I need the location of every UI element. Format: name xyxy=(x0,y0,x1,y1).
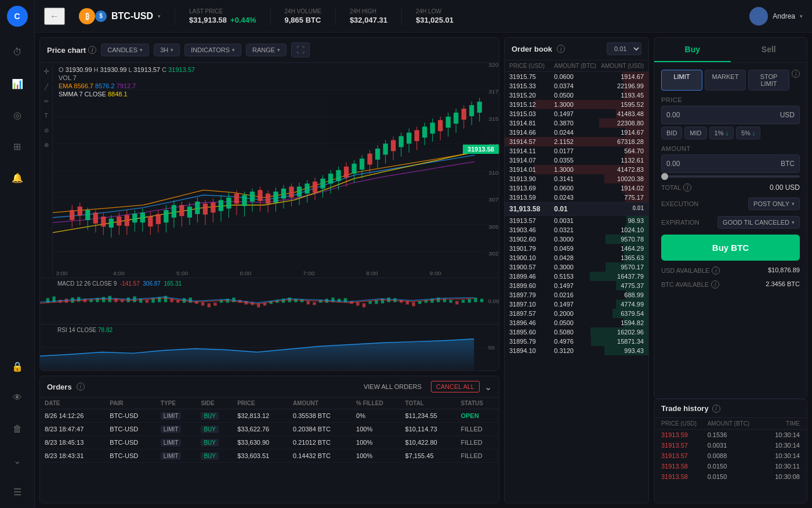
indicators-button[interactable]: INDICATORS ▾ xyxy=(184,44,241,56)
orderbook-info-icon[interactable]: i xyxy=(557,45,565,53)
sidebar-item-menu[interactable]: ☰ xyxy=(7,481,28,502)
tab-sell[interactable]: Sell xyxy=(731,38,807,62)
ob-ask-row[interactable]: 31913.59 0.0243 775.17 xyxy=(505,193,648,202)
execution-select[interactable]: POST ONLY ▾ xyxy=(748,197,800,210)
ob-ask-row[interactable]: 31915.33 0.0374 22196.99 xyxy=(505,81,648,91)
ob-ask-row[interactable]: 31914.66 0.0244 1914.67 xyxy=(505,128,648,137)
trade-history-info[interactable]: i xyxy=(712,405,720,413)
view-all-orders-button[interactable]: VIEW ALL ORDERS xyxy=(359,381,426,392)
list-item[interactable]: 31913.57 0.0031 10:30:14 xyxy=(654,440,807,451)
sidebar-item-eye[interactable]: 👁 xyxy=(7,387,28,408)
text-icon[interactable]: T xyxy=(44,113,48,119)
ob-ask-row[interactable]: 31914.07 0.0355 1132.61 xyxy=(505,156,648,165)
amount-input-container[interactable]: 0.00 BTC xyxy=(661,154,800,173)
sidebar-item-circle[interactable]: ◎ xyxy=(7,105,28,125)
table-row[interactable]: 8/23 18:47:47 BTC-USD LIMIT BUY $33,622.… xyxy=(40,423,499,436)
sidebar-item-clock[interactable]: ⏱ xyxy=(7,42,28,63)
ob-bid-row[interactable]: 31897.57 0.2000 6379.54 xyxy=(505,309,648,318)
order-type-info[interactable]: i xyxy=(792,70,800,78)
ob-bid-row[interactable]: 31894.10 0.3120 993.43 xyxy=(505,346,648,355)
crosshair-icon[interactable]: ✛ xyxy=(44,67,49,75)
ob-bid-row[interactable]: 31913.57 0.0031 98.93 xyxy=(505,216,648,225)
ob-ask-row[interactable]: 31914.81 0.3870 22308.80 xyxy=(505,118,648,128)
list-item[interactable]: 31913.59 0.1536 10:30:14 xyxy=(654,430,807,440)
sidebar-item-trash[interactable]: 🗑 xyxy=(7,419,28,439)
precision-select[interactable]: 0.01 0.1 1 xyxy=(607,42,641,55)
chart-info-icon[interactable]: i xyxy=(88,46,96,54)
ob-ask-row[interactable]: 31915.20 0.0500 1193.45 xyxy=(505,91,648,100)
list-item[interactable]: 31913.58 0.0150 10:30:11 xyxy=(654,461,807,471)
ob-bid-row[interactable]: 31902.60 0.3000 9570.78 xyxy=(505,235,648,244)
tab-buy[interactable]: Buy xyxy=(654,38,731,62)
sidebar-item-bell[interactable]: 🔔 xyxy=(7,167,28,188)
line-icon[interactable]: ╱ xyxy=(45,84,48,90)
amount-slider[interactable] xyxy=(661,175,800,178)
orders-expand-button[interactable]: ⌄ xyxy=(484,381,492,392)
limit-btn[interactable]: LIMIT xyxy=(661,70,702,91)
zoom-icon[interactable]: ⊕ xyxy=(44,142,49,148)
buy-button[interactable]: Buy BTC xyxy=(661,235,800,261)
order-date: 8/23 18:45:13 xyxy=(40,436,105,449)
ob-bid-row[interactable]: 31895.60 0.5080 16202.96 xyxy=(505,327,648,337)
usd-available-info[interactable]: i xyxy=(712,266,720,275)
trade-history-header: Trade history i xyxy=(654,399,807,418)
ob-bid-row[interactable]: 31897.79 0.0216 688.99 xyxy=(505,290,648,300)
user-menu[interactable]: Andrea ▾ xyxy=(749,7,803,26)
pct5-btn[interactable]: 5% ↓ xyxy=(736,127,760,139)
pencil-icon[interactable]: ✏ xyxy=(44,98,49,105)
range-button[interactable]: RANGE ▾ xyxy=(246,44,287,56)
sidebar-item-chart[interactable]: 📊 xyxy=(7,73,28,94)
ob-bid-row[interactable]: 31900.10 0.0428 1365.63 xyxy=(505,253,648,262)
list-item[interactable]: 31913.58 0.0150 10:30:08 xyxy=(654,471,807,482)
ob-bid-row[interactable]: 31903.46 0.0321 1024.10 xyxy=(505,225,648,235)
sidebar-logo[interactable]: C xyxy=(7,6,28,27)
bid-btn[interactable]: BID xyxy=(661,127,682,139)
ob-bid-row[interactable]: 31895.79 0.4976 15871.34 xyxy=(505,337,648,346)
svg-rect-43 xyxy=(172,205,176,218)
ob-ask-row[interactable]: 31915.12 1.3000 1595.52 xyxy=(505,100,648,109)
ob-bid-row[interactable]: 31901.79 0.0459 1464.29 xyxy=(505,244,648,253)
order-type: LIMIT xyxy=(156,409,197,423)
svg-rect-187 xyxy=(393,298,396,302)
table-row[interactable]: 8/26 14:12:26 BTC-USD LIMIT BUY $32,813.… xyxy=(40,409,499,423)
mid-btn[interactable]: MID xyxy=(684,127,706,139)
ob-bid-row[interactable]: 31896.46 0.0500 1594.82 xyxy=(505,318,648,327)
svg-rect-17 xyxy=(70,210,74,220)
interval-button[interactable]: 3H ▾ xyxy=(154,44,180,56)
candles-button[interactable]: CANDLES ▾ xyxy=(101,44,149,56)
divider2 xyxy=(270,8,271,25)
pair-selector[interactable]: ₿ $ BTC-USD ▾ xyxy=(79,8,161,24)
market-btn[interactable]: MARKET xyxy=(705,70,746,91)
ob-bid-row[interactable]: 31899.60 0.1497 4775.37 xyxy=(505,281,648,290)
svg-rect-31 xyxy=(125,215,129,226)
expiration-select[interactable]: GOOD TIL CANCELED ▾ xyxy=(717,216,800,229)
total-info[interactable]: i xyxy=(683,183,691,192)
list-item[interactable]: 31913.57 0.0088 10:30:14 xyxy=(654,451,807,461)
table-row[interactable]: 8/23 18:45:13 BTC-USD LIMIT BUY $33,630.… xyxy=(40,436,499,449)
ob-bid-row[interactable]: 31900.57 0.3000 9570.17 xyxy=(505,262,648,272)
ob-ask-row[interactable]: 31915.03 0.1497 41483.48 xyxy=(505,109,648,118)
ob-ask-row[interactable]: 31914.57 2.1152 67318.28 xyxy=(505,137,648,146)
ob-ask-row[interactable]: 31913.69 0.0600 1914.02 xyxy=(505,183,648,193)
pct1-btn[interactable]: 1% ↓ xyxy=(709,127,734,139)
stop-limit-btn[interactable]: STOP LIMIT xyxy=(748,70,789,91)
ob-ask-row[interactable]: 31914.11 0.0177 564.70 xyxy=(505,146,648,156)
price-input-container[interactable]: 0.00 USD xyxy=(661,106,800,124)
cancel-all-button[interactable]: CANCEL ALL xyxy=(431,381,480,392)
table-row[interactable]: 8/23 18:43:31 BTC-USD LIMIT BUY $33,603.… xyxy=(40,449,499,463)
ob-ask-row[interactable]: 31915.75 0.0600 1914.67 xyxy=(505,72,648,81)
ruler-icon[interactable]: ⊘ xyxy=(44,127,49,134)
ob-bid-row[interactable]: 31897.10 0.1497 4774.99 xyxy=(505,300,648,309)
back-button[interactable]: ← xyxy=(44,8,65,25)
svg-rect-144 xyxy=(127,298,130,302)
execution-label: EXECUTION xyxy=(661,200,698,207)
ob-ask-row[interactable]: 31913.90 0.3141 10020.38 xyxy=(505,174,648,183)
expand-button[interactable]: ⛶ xyxy=(291,42,310,57)
sidebar-item-dashboard[interactable]: ⊞ xyxy=(7,136,28,157)
ob-ask-row[interactable]: 31914.01 1.3000 41472.83 xyxy=(505,165,648,174)
btc-available-info[interactable]: i xyxy=(711,280,719,289)
ob-bid-row[interactable]: 31899.46 0.5153 16437.79 xyxy=(505,272,648,281)
sidebar-item-chevron[interactable]: ⌄ xyxy=(7,450,28,471)
sidebar-item-lock[interactable]: 🔒 xyxy=(7,356,28,377)
orders-info-icon[interactable]: i xyxy=(77,383,85,391)
